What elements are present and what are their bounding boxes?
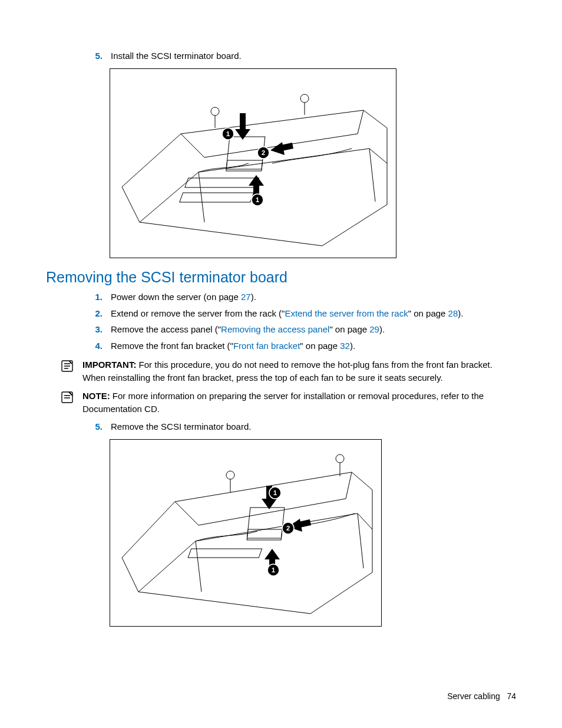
svg-marker-13	[249, 175, 264, 186]
figure-marker-1b: 1	[272, 566, 275, 574]
svg-line-0	[199, 172, 204, 222]
figure-marker-1: 1	[226, 130, 230, 137]
step-number: 1.	[87, 291, 111, 304]
svg-marker-33	[265, 549, 280, 559]
svg-rect-25	[188, 549, 262, 558]
figure-marker-2: 2	[262, 149, 265, 156]
svg-line-22	[358, 513, 363, 568]
step-text: Install the SCSI terminator board.	[111, 50, 516, 62]
note-icon	[60, 390, 82, 416]
figure-remove-scsi-terminator: 1 2 1	[110, 439, 382, 627]
step-text: Remove the front fan bracket ("Front fan…	[111, 340, 516, 353]
svg-point-28	[336, 454, 344, 463]
note-text: NOTE: For more information on preparing …	[82, 390, 516, 416]
page-ref-link[interactable]: 28	[448, 308, 458, 318]
footer-page-number: 74	[507, 691, 516, 701]
svg-point-6	[211, 107, 219, 116]
figure-marker-1b: 1	[256, 196, 259, 203]
footer-section: Server cabling	[447, 691, 500, 701]
ordered-step-3: 3. Remove the access panel ("Removing th…	[87, 323, 516, 336]
ordered-step-4: 4. Remove the front fan bracket ("Front …	[87, 340, 516, 353]
step-number: 5.	[87, 50, 111, 62]
svg-point-8	[300, 94, 309, 103]
svg-marker-12	[235, 129, 250, 140]
figure-install-scsi-terminator: 1 2 1	[110, 68, 396, 258]
cross-ref-link[interactable]: Extend the server from the rack	[285, 308, 408, 318]
important-callout: IMPORTANT: For this procedure, you do no…	[60, 358, 516, 384]
note-callout: NOTE: For more information on preparing …	[60, 390, 516, 416]
step-number: 2.	[87, 307, 111, 320]
step-text: Extend or remove the server from the rac…	[111, 307, 516, 320]
ordered-step-install-5: 5. Install the SCSI terminator board.	[87, 50, 516, 62]
svg-rect-2	[185, 178, 259, 187]
svg-point-26	[226, 471, 234, 479]
ordered-step-2: 2. Extend or remove the server from the …	[87, 307, 516, 320]
important-text: IMPORTANT: For this procedure, you do no…	[82, 358, 516, 384]
step-text: Remove the SCSI terminator board.	[111, 420, 516, 433]
cross-ref-link[interactable]: Removing the access panel	[221, 324, 329, 334]
svg-rect-23	[247, 508, 284, 538]
page-ref-link[interactable]: 29	[369, 324, 379, 334]
ordered-step-1: 1. Power down the server (on page 27).	[87, 291, 516, 304]
page-footer: Server cabling 74	[447, 691, 516, 701]
step-text: Power down the server (on page 27).	[111, 291, 516, 304]
important-icon	[60, 358, 82, 384]
step-number: 5.	[87, 420, 111, 433]
svg-rect-3	[180, 193, 254, 202]
ordered-step-remove-5: 5. Remove the SCSI terminator board.	[87, 420, 516, 433]
page-ref-link[interactable]: 27	[241, 292, 251, 302]
step-number: 4.	[87, 340, 111, 353]
svg-line-1	[369, 149, 375, 202]
step-text: Remove the access panel ("Removing the a…	[111, 323, 516, 336]
step-number: 3.	[87, 323, 111, 336]
svg-marker-15	[270, 142, 285, 155]
figure-marker-2: 2	[286, 525, 290, 532]
cross-ref-link[interactable]: Front fan bracket	[233, 341, 300, 351]
section-heading: Removing the SCSI terminator board	[46, 269, 516, 286]
figure-marker-1: 1	[273, 489, 277, 496]
page-ref-link[interactable]: 32	[340, 341, 350, 351]
